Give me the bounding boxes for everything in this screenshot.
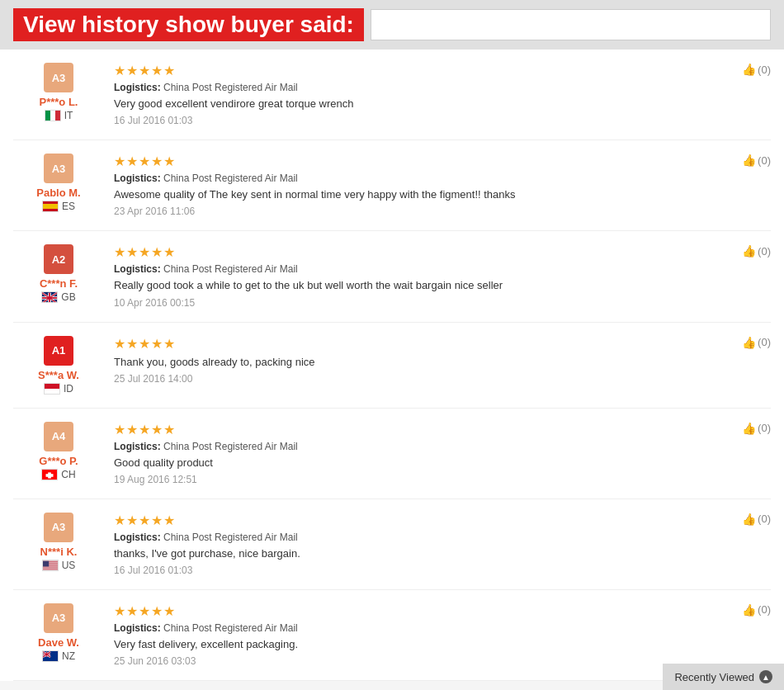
avatar: A3 <box>44 603 73 633</box>
review-item: A1 S***a W. ID ★★★★★ Thank you, goods al… <box>13 323 771 409</box>
star-icon: ★ <box>126 336 138 352</box>
star-icon: ★ <box>114 336 125 352</box>
star-icon: ★ <box>126 244 138 260</box>
logistics-label: Logistics: China Post Registered Air Mai… <box>114 172 771 184</box>
helpful-count[interactable]: 👍 (0) <box>742 63 771 76</box>
star-icon: ★ <box>114 513 125 528</box>
reviewer-name[interactable]: S***a W. <box>38 369 79 381</box>
helpful-number: (0) <box>758 513 771 525</box>
review-item: A3 N***i K. US ★★★★★ Logistics: China Po… <box>13 499 771 590</box>
thumbs-up-icon: 👍 <box>742 422 756 435</box>
helpful-number: (0) <box>758 64 771 76</box>
country-flag: ID <box>44 383 73 395</box>
star-icon: ★ <box>139 63 150 78</box>
star-icon: ★ <box>139 603 150 619</box>
reviews-container: A3 P***o L. IT ★★★★★ Logistics: China Po… <box>0 50 784 681</box>
star-rating: ★★★★★ <box>114 63 771 78</box>
flag-icon <box>45 110 61 121</box>
helpful-number: (0) <box>758 603 771 616</box>
review-item: A3 Dave W. NZ ★★★★★ Logistics: China Pos… <box>13 590 771 681</box>
review-date: 10 Apr 2016 00:15 <box>114 297 771 309</box>
star-icon: ★ <box>151 603 163 619</box>
helpful-count[interactable]: 👍 (0) <box>742 603 771 617</box>
star-icon: ★ <box>126 422 138 437</box>
review-text: thanks, I've got purchase, nice bargain. <box>114 546 771 561</box>
star-rating: ★★★★★ <box>114 244 771 260</box>
review-item: A4 G***o P. CH ★★★★★ Logistics: China Po… <box>13 409 771 499</box>
reviewer-info: A1 S***a W. ID <box>13 336 104 395</box>
reviewer-info: A3 N***i K. US <box>13 513 104 571</box>
svg-rect-18 <box>43 569 58 570</box>
helpful-number: (0) <box>758 245 771 258</box>
avatar: A4 <box>44 422 73 451</box>
country-flag: ES <box>42 201 75 212</box>
star-icon: ★ <box>163 336 175 352</box>
star-icon: ★ <box>163 603 175 619</box>
star-icon: ★ <box>163 513 175 528</box>
review-content: ★★★★★ Logistics: China Post Registered A… <box>104 63 771 126</box>
thumbs-up-icon: 👍 <box>742 63 756 76</box>
review-date: 16 Jul 2016 01:03 <box>114 115 771 126</box>
helpful-number: (0) <box>758 422 771 434</box>
flag-icon <box>42 201 59 212</box>
star-rating: ★★★★★ <box>114 336 771 352</box>
review-content: ★★★★★ Logistics: China Post Registered A… <box>104 603 771 667</box>
helpful-count[interactable]: 👍 (0) <box>742 513 771 526</box>
review-date: 25 Jul 2016 14:00 <box>114 373 771 385</box>
star-icon: ★ <box>151 336 163 352</box>
thumbs-up-icon: 👍 <box>742 603 756 617</box>
star-icon: ★ <box>114 244 125 260</box>
star-icon: ★ <box>163 154 175 169</box>
star-icon: ★ <box>139 244 150 260</box>
reviewer-info: A2 C***n F. GB <box>13 244 104 303</box>
reviewer-name[interactable]: N***i K. <box>40 546 78 558</box>
reviewer-name[interactable]: G***o P. <box>39 455 78 467</box>
star-icon: ★ <box>163 63 175 78</box>
reviewer-name[interactable]: P***o L. <box>40 96 78 108</box>
review-item: A3 P***o L. IT ★★★★★ Logistics: China Po… <box>13 50 771 140</box>
helpful-count[interactable]: 👍 (0) <box>742 336 771 349</box>
country-code: NZ <box>62 650 75 662</box>
star-icon: ★ <box>163 244 175 260</box>
country-code: ID <box>64 383 73 395</box>
avatar: A3 <box>44 154 73 183</box>
reviewer-name[interactable]: Dave W. <box>38 636 79 649</box>
star-icon: ★ <box>163 422 175 437</box>
country-code: US <box>62 560 76 571</box>
recently-viewed-button[interactable]: Recently Viewed ▲ <box>663 664 784 690</box>
avatar: A3 <box>44 63 73 92</box>
country-code: IT <box>64 110 73 121</box>
logistics-label: Logistics: China Post Registered Air Mai… <box>114 82 771 93</box>
review-content: ★★★★★ Logistics: China Post Registered A… <box>104 422 771 485</box>
reviewer-info: A3 P***o L. IT <box>13 63 104 121</box>
review-content: ★★★★★ Thank you, goods already to, packi… <box>104 336 771 385</box>
svg-rect-19 <box>43 560 49 566</box>
star-icon: ★ <box>114 422 125 437</box>
country-code: GB <box>61 291 75 303</box>
reviewer-name[interactable]: C***n F. <box>40 277 78 290</box>
helpful-count[interactable]: 👍 (0) <box>742 244 771 258</box>
star-icon: ★ <box>126 154 138 169</box>
page-header: View history show buyer said: <box>0 0 784 50</box>
flag-icon <box>41 291 58 303</box>
review-text: Very fast delivery, excellent packaging. <box>114 637 771 652</box>
star-icon: ★ <box>139 336 150 352</box>
thumbs-up-icon: 👍 <box>742 336 756 349</box>
svg-rect-11 <box>46 474 54 477</box>
reviewer-info: A3 Pablo M. ES <box>13 154 104 212</box>
avatar: A3 <box>44 513 73 542</box>
flag-icon <box>44 383 60 395</box>
helpful-number: (0) <box>758 154 771 167</box>
helpful-count[interactable]: 👍 (0) <box>742 422 771 435</box>
reviewer-name[interactable]: Pablo M. <box>36 187 80 199</box>
review-item: A3 Pablo M. ES ★★★★★ Logistics: China Po… <box>13 140 771 231</box>
review-text: Really good took a while to get to the u… <box>114 278 771 293</box>
thumbs-up-icon: 👍 <box>742 244 756 258</box>
star-icon: ★ <box>139 513 150 528</box>
review-text: Very good excellent vendirore great torq… <box>114 97 771 111</box>
star-rating: ★★★★★ <box>114 603 771 619</box>
thumbs-up-icon: 👍 <box>742 154 756 167</box>
helpful-count[interactable]: 👍 (0) <box>742 154 771 167</box>
avatar: A1 <box>44 336 73 366</box>
review-item: A2 C***n F. GB ★★★★★ Logistics: China Po… <box>13 231 771 322</box>
